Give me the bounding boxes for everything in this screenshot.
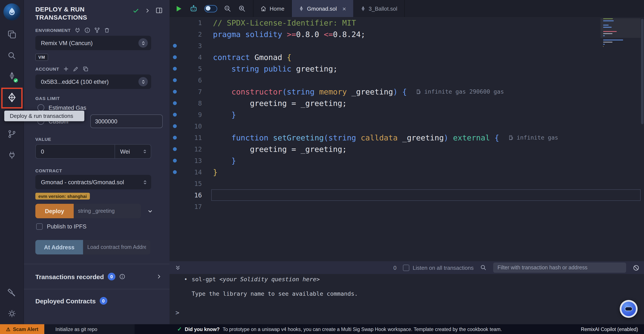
panel-collapse-chevron-icon[interactable] <box>144 7 150 13</box>
env-fork-icon[interactable] <box>94 27 100 33</box>
code-line[interactable]: } <box>170 109 644 120</box>
env-plug-icon[interactable] <box>74 27 80 33</box>
init-git-repo-button[interactable]: Initialize as git repo <box>44 324 134 334</box>
code-line[interactable]: contract Gmonad { <box>170 51 644 63</box>
did-you-know-tip[interactable]: ✓ Did you know? To prototype on a uniswa… <box>177 324 502 334</box>
at-address-button[interactable]: At Address <box>35 240 83 255</box>
listen-all-row[interactable]: Listen on all transactions <box>403 265 474 271</box>
deploy-run-icon[interactable] <box>6 92 17 102</box>
home-icon <box>260 5 267 12</box>
contract-select[interactable]: Gmonad - contracts/Gmonad.sol <box>35 175 151 189</box>
account-copy-icon[interactable] <box>83 66 88 72</box>
terminal-search-icon[interactable] <box>480 264 487 271</box>
value-input[interactable] <box>35 144 114 159</box>
terminal-expand-icon[interactable] <box>175 265 181 271</box>
gas-pump-icon <box>508 135 514 140</box>
settings-gear-icon[interactable] <box>7 309 16 318</box>
account-select[interactable]: 0x5B3...eddC4 (100 ether) <box>35 74 151 89</box>
gas-custom-input[interactable] <box>90 114 163 128</box>
code-line[interactable]: greeting = _greeting; <box>170 143 644 155</box>
terminal-line: •sol-gpt <your Solidity question here> <box>184 276 320 283</box>
status-bar: ⚠ Scam Alert Initialize as git repo ✓ Di… <box>0 324 644 334</box>
code-line[interactable] <box>170 189 644 201</box>
solidity-file-icon <box>298 5 304 12</box>
code-line[interactable]: constructor(string memory _greeting) {in… <box>170 86 644 97</box>
remix-ai-chat-button[interactable] <box>620 300 638 318</box>
evm-version-badge: evm version: shanghai <box>35 193 90 200</box>
code-line[interactable]: // SPDX-License-Identifier: MIT <box>170 17 644 28</box>
publish-ipfs-checkbox[interactable] <box>36 223 42 230</box>
account-sign-icon[interactable] <box>73 66 79 72</box>
env-delete-icon[interactable] <box>104 27 110 33</box>
code-line[interactable]: function setGreeting(string calldata _gr… <box>170 132 644 143</box>
remix-logo-glyph <box>6 6 18 17</box>
terminal-output[interactable]: •sol-gpt <your Solidity question here> T… <box>170 274 644 324</box>
editor-minimap[interactable] <box>602 18 639 73</box>
git-branch-icon[interactable] <box>7 129 16 139</box>
panel-check-icon <box>132 7 139 14</box>
panel-layout-icon[interactable] <box>156 7 163 14</box>
code-line[interactable] <box>170 201 644 212</box>
editor-area: Home Gmonad.sol × 3_Ballot.sol 123456789… <box>170 0 644 261</box>
code-line[interactable]: string public greeting; <box>170 63 644 74</box>
scam-alert-button[interactable]: ⚠ Scam Alert <box>0 324 44 334</box>
tab-ballot-sol[interactable]: 3_Ballot.sol <box>353 0 404 17</box>
publish-ipfs-label: Publish to IPFS <box>47 223 86 230</box>
transactions-info-icon[interactable] <box>119 274 125 280</box>
code-lines: // SPDX-License-Identifier: MITpragma so… <box>170 17 644 212</box>
gas-estimated-row[interactable]: Estimated Gas <box>24 104 170 111</box>
code-line[interactable]: } <box>170 166 644 178</box>
code-line[interactable] <box>170 178 644 189</box>
code-line[interactable]: } <box>170 155 644 166</box>
run-script-play-icon[interactable] <box>175 4 183 12</box>
code-line[interactable] <box>170 120 644 132</box>
build-hammer-icon[interactable] <box>7 289 16 298</box>
copilot-toggle[interactable] <box>204 5 217 12</box>
icon-rail <box>0 0 24 324</box>
gas-estimate-annotation: infinite gas <box>508 132 558 143</box>
editor-tabstrip: Home Gmonad.sol × 3_Ballot.sol <box>170 0 644 17</box>
unit-updown-icon <box>142 149 147 154</box>
tab-close-icon[interactable]: × <box>342 5 346 12</box>
deployed-contracts-label: Deployed Contracts <box>35 297 96 305</box>
account-add-icon[interactable] <box>63 66 69 72</box>
code-line[interactable] <box>170 74 644 86</box>
account-select-icon <box>138 77 148 86</box>
terminal-line: Type the library name to see available c… <box>192 290 358 297</box>
code-line[interactable]: pragma solidity >=0.8.0 <=0.8.24; <box>170 28 644 40</box>
ai-robot-icon[interactable] <box>189 4 198 13</box>
search-icon[interactable] <box>7 51 16 60</box>
gas-estimate-annotation: infinite gas 290600 gas <box>416 86 504 97</box>
deploy-button[interactable]: Deploy <box>35 204 74 218</box>
terminal-prompt[interactable]: > <box>176 309 179 317</box>
at-address-input[interactable] <box>83 240 150 255</box>
clear-console-icon[interactable] <box>632 264 640 271</box>
environment-select[interactable]: Remix VM (Cancun) <box>35 36 151 50</box>
editor-scrollbar[interactable] <box>641 19 644 124</box>
code-editor[interactable]: 1234567891011121314151617 // SPDX-Licens… <box>170 17 644 261</box>
solidity-compiler-icon[interactable] <box>6 71 17 82</box>
tip-check-icon: ✓ <box>177 326 182 332</box>
remix-logo[interactable] <box>4 3 20 20</box>
deploy-expand-chevron-icon[interactable] <box>147 208 153 214</box>
code-line[interactable]: greeting = _greeting; <box>170 97 644 109</box>
zoom-out-icon[interactable] <box>224 4 232 12</box>
zoom-in-icon[interactable] <box>238 4 246 12</box>
transactions-recorded-label: Transactions recorded <box>35 273 104 280</box>
transactions-expand-chevron-icon[interactable] <box>156 274 162 280</box>
copilot-status[interactable]: RemixAI Copilot (enabled) <box>581 324 644 334</box>
code-line[interactable] <box>170 40 644 51</box>
remix-ide-window: Deploy & run transactions DEPLOY & RUN T… <box>0 0 644 334</box>
gas-estimated-radio[interactable] <box>38 104 44 111</box>
deployed-contracts-row[interactable]: Deployed Contracts 0 <box>24 289 170 312</box>
plugin-manager-icon[interactable] <box>7 151 16 160</box>
listen-all-checkbox[interactable] <box>403 265 409 271</box>
deploy-param-input[interactable] <box>74 204 141 218</box>
value-unit-select[interactable]: Wei <box>114 144 151 159</box>
transactions-recorded-row[interactable]: Transactions recorded 0 <box>24 264 170 289</box>
tab-gmonad-sol[interactable]: Gmonad.sol × <box>292 0 353 17</box>
env-info-icon[interactable] <box>84 27 90 33</box>
file-explorer-icon[interactable] <box>7 30 16 39</box>
tab-home[interactable]: Home <box>253 0 292 17</box>
terminal-filter-input[interactable] <box>493 263 626 273</box>
